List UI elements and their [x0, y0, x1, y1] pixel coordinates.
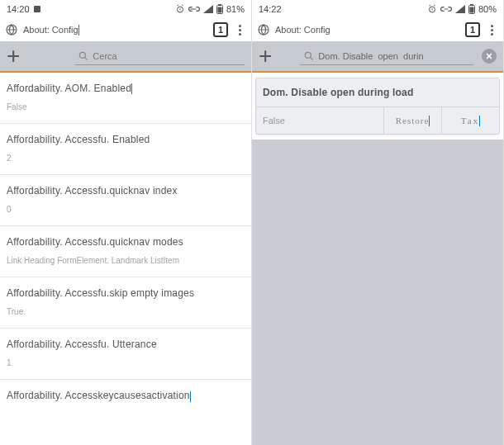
- pref-key: Affordability. Accessfu.quicknav index: [0, 175, 251, 205]
- menu-icon[interactable]: [233, 25, 246, 36]
- globe-icon: [5, 23, 18, 36]
- url-bar: About: Config 1: [0, 18, 251, 41]
- alarm-icon: [427, 4, 437, 14]
- pref-value: 1: [0, 358, 251, 379]
- search-icon: [78, 50, 89, 62]
- alarm-icon: [175, 4, 185, 14]
- pref-key: Affordability. Accesskeycausesactivation: [0, 380, 251, 409]
- pref-key: Affordability. Accessfu. Enabled: [0, 124, 251, 154]
- pref-row[interactable]: Affordability. Accessfu. Enabled 2: [0, 124, 251, 175]
- clock: 14:22: [259, 4, 282, 14]
- url-bar: About: Config 1: [252, 18, 503, 41]
- pref-row[interactable]: Affordability. Accessfu.skip empty image…: [0, 277, 251, 329]
- clock: 14:20: [7, 4, 30, 14]
- search-input[interactable]: [318, 51, 470, 61]
- signal-icon: [455, 5, 465, 13]
- svg-point-6: [80, 52, 86, 58]
- tab-count[interactable]: 1: [213, 22, 228, 37]
- pref-key: Affordability. Accessfu.quicknav modes: [0, 226, 251, 256]
- link-icon: [440, 5, 452, 13]
- pane-left: 14:20 81% About: Config 1 +: [0, 0, 252, 445]
- pref-row[interactable]: Affordability. Accessfu.quicknav modes L…: [0, 226, 251, 277]
- pref-row[interactable]: Affordability. Accessfu. Utterance 1: [0, 329, 251, 380]
- notification-dot-icon: [33, 5, 41, 13]
- svg-rect-4: [217, 7, 221, 13]
- url-text[interactable]: About: Config: [23, 25, 208, 36]
- battery-icon: [468, 4, 475, 14]
- pane-right: 14:22 80% About: Config 1 + Dom. Di: [252, 0, 504, 445]
- toggle-button[interactable]: Tax: [441, 107, 499, 134]
- pref-row[interactable]: Affordability. Accesskeycausesactivation: [0, 380, 251, 409]
- pref-row[interactable]: Affordability. Accessfu.quicknav index 0: [0, 175, 251, 226]
- pref-key: Affordability. AOM. Enabled: [0, 73, 251, 102]
- tab-count[interactable]: 1: [465, 22, 480, 37]
- pref-value: True.: [0, 307, 251, 328]
- battery-percent: 81%: [226, 4, 245, 14]
- pref-list[interactable]: Affordability. AOM. Enabled False Afford…: [0, 73, 251, 445]
- add-pref-button[interactable]: +: [259, 45, 272, 68]
- pref-key: Dom. Disable open during load: [256, 78, 499, 107]
- link-icon: [188, 5, 200, 13]
- empty-area: [252, 140, 503, 445]
- pref-value: 0: [0, 205, 251, 225]
- pref-key: Affordability. Accessfu.skip empty image…: [0, 277, 251, 307]
- battery-icon: [216, 4, 223, 14]
- status-bar: 14:20 81%: [0, 0, 251, 18]
- restore-button[interactable]: Restore: [383, 107, 441, 134]
- search-icon: [303, 50, 315, 62]
- pref-result[interactable]: Dom. Disable open during load False Rest…: [255, 78, 500, 135]
- status-bar: 14:22 80%: [252, 0, 503, 18]
- svg-point-12: [306, 52, 311, 58]
- search-input[interactable]: [93, 51, 241, 61]
- add-pref-button[interactable]: +: [7, 45, 20, 68]
- url-text[interactable]: About: Config: [275, 25, 460, 35]
- clear-search-button[interactable]: [482, 49, 497, 64]
- pref-row[interactable]: Affordability. AOM. Enabled False: [0, 73, 251, 124]
- menu-icon[interactable]: [485, 25, 498, 36]
- battery-percent: 80%: [478, 4, 497, 14]
- search-wrapper[interactable]: [300, 47, 473, 65]
- config-toolbar: +: [252, 41, 503, 73]
- svg-rect-10: [469, 7, 473, 13]
- pref-key: Affordability. Accessfu. Utterance: [0, 329, 251, 358]
- pref-value: Link Heading FormElement. Landmark ListI…: [0, 256, 251, 277]
- pref-value: False: [256, 107, 383, 134]
- search-wrapper[interactable]: [74, 47, 245, 65]
- signal-icon: [203, 5, 213, 13]
- svg-rect-0: [34, 6, 40, 12]
- globe-icon: [257, 23, 270, 36]
- config-toolbar: +: [0, 41, 251, 73]
- text-caret: [78, 25, 79, 36]
- pref-value: 2: [0, 154, 251, 174]
- pref-value: False: [0, 102, 251, 123]
